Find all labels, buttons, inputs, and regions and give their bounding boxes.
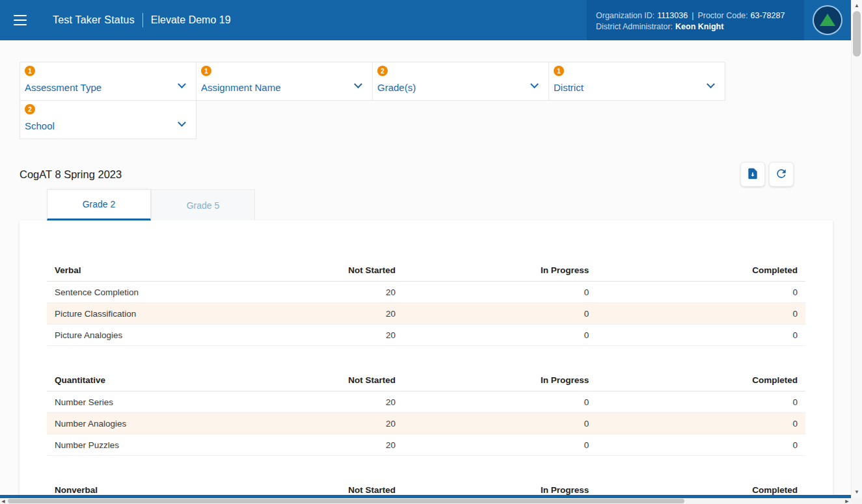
column-header: Not Started — [214, 259, 404, 282]
cell-in-progress: 0 — [403, 391, 597, 413]
chevron-down-icon — [178, 118, 186, 127]
table-row: Number Puzzles 20 0 0 — [47, 434, 805, 456]
filter-district[interactable]: 1 District — [548, 62, 725, 101]
refresh-button[interactable] — [769, 162, 794, 187]
filter-bar: 1 Assessment Type 1 Assignment Name 2 Gr… — [20, 62, 730, 139]
tab-label: Grade 2 — [83, 199, 116, 209]
filter-school[interactable]: 2 School — [20, 100, 196, 139]
title-divider — [142, 13, 143, 27]
table-row: Number Series 20 0 0 — [47, 391, 805, 413]
filter-grades[interactable]: 2 Grade(s) — [372, 62, 549, 101]
cell-completed: 0 — [597, 434, 805, 456]
org-proctor-line: Organization ID:1113036|Proctor Code:63-… — [596, 11, 794, 20]
download-icon — [746, 167, 759, 182]
subtest-name: Sentence Completion — [47, 282, 214, 303]
chevron-down-icon — [178, 80, 186, 88]
scrollbar-corner — [851, 498, 862, 504]
cell-completed: 0 — [597, 303, 805, 325]
hamburger-menu-icon[interactable] — [12, 14, 29, 27]
filter-assignment-name[interactable]: 1 Assignment Name — [196, 62, 373, 101]
column-header: Completed — [597, 369, 805, 391]
filter-label: Assignment Name — [201, 82, 281, 93]
header-right: Organization ID:1113036|Proctor Code:63-… — [587, 0, 851, 40]
filter-count-badge: 1 — [25, 66, 35, 76]
filter-count-badge: 1 — [554, 66, 564, 76]
cell-completed: 0 — [597, 282, 805, 303]
assessment-title: CogAT 8 Spring 2023 — [20, 168, 122, 181]
tab-grade-5[interactable]: Grade 5 — [151, 189, 255, 220]
quantitative-table: Quantitative Not Started In Progress Com… — [47, 369, 805, 456]
tab-grade-2[interactable]: Grade 2 — [47, 189, 151, 220]
cell-not-started: 20 — [214, 434, 404, 456]
column-header: In Progress — [403, 369, 597, 391]
app-name: Elevate Demo 19 — [151, 14, 231, 26]
filter-label: Assessment Type — [25, 82, 101, 93]
scroll-down-icon[interactable]: ▼ — [852, 488, 862, 497]
filter-label: Grade(s) — [377, 82, 416, 93]
org-id-value: 1113036 — [657, 11, 688, 20]
chevron-down-icon — [707, 80, 715, 88]
cell-in-progress: 0 — [403, 434, 597, 456]
cell-completed: 0 — [597, 325, 805, 346]
filter-assessment-type[interactable]: 1 Assessment Type — [20, 62, 196, 101]
subtest-name: Number Series — [47, 391, 214, 413]
admin-name: Keon Knight — [675, 22, 723, 31]
table-row: Number Analogies 20 0 0 — [47, 413, 805, 434]
org-separator: | — [692, 11, 694, 20]
column-header: Not Started — [214, 369, 404, 391]
refresh-icon — [775, 167, 788, 182]
elevate-logo[interactable] — [813, 5, 842, 35]
cell-in-progress: 0 — [403, 413, 597, 434]
org-info-panel: Organization ID:1113036|Proctor Code:63-… — [587, 0, 804, 40]
table-header-row: Verbal Not Started In Progress Completed — [47, 259, 805, 282]
header-titles: Test Taker Status Elevate Demo 19 — [53, 13, 231, 27]
horizontal-scroll-thumb[interactable] — [8, 499, 684, 503]
status-card: Verbal Not Started In Progress Completed… — [20, 220, 833, 499]
filter-count-badge: 2 — [377, 66, 388, 76]
filter-count-badge: 2 — [25, 104, 35, 114]
table-header-row: Quantitative Not Started In Progress Com… — [47, 369, 805, 391]
subtest-name: Number Puzzles — [47, 434, 214, 456]
admin-label: District Administrator: — [596, 22, 673, 31]
main-content: 1 Assessment Type 1 Assignment Name 2 Gr… — [0, 40, 851, 499]
battery-title: Verbal — [47, 259, 214, 282]
filter-label: School — [25, 120, 55, 131]
filter-count-badge: 1 — [201, 66, 211, 76]
horizontal-scrollbar[interactable]: ◀ ▶ — [0, 498, 862, 504]
table-row: Picture Analogies 20 0 0 — [47, 325, 805, 346]
filter-label: District — [554, 82, 584, 93]
cell-not-started: 20 — [214, 413, 404, 434]
section-row: CogAT 8 Spring 2023 — [20, 162, 831, 187]
table-row: Sentence Completion 20 0 0 — [47, 282, 805, 303]
org-id-label: Organization ID: — [596, 11, 654, 20]
page-title: Test Taker Status — [53, 14, 135, 26]
cell-not-started: 20 — [214, 391, 404, 413]
vertical-scroll-thumb[interactable] — [853, 11, 861, 57]
vertical-scrollbar[interactable]: ▲ ▼ — [851, 0, 862, 498]
column-header: In Progress — [403, 259, 597, 282]
verbal-table: Verbal Not Started In Progress Completed… — [47, 259, 805, 346]
battery-title: Quantitative — [47, 369, 214, 391]
cell-completed: 0 — [597, 413, 805, 434]
subtest-name: Number Analogies — [47, 413, 214, 434]
cell-in-progress: 0 — [403, 325, 597, 346]
column-header: Completed — [597, 259, 805, 282]
cell-not-started: 20 — [214, 325, 404, 346]
scroll-up-icon[interactable]: ▲ — [852, 1, 862, 10]
cell-not-started: 20 — [214, 303, 404, 325]
proctor-code-label: Proctor Code: — [697, 11, 748, 20]
section-actions — [740, 162, 794, 187]
subtest-name: Picture Analogies — [47, 325, 214, 346]
tab-label: Grade 5 — [187, 200, 220, 211]
export-button[interactable] — [740, 162, 765, 187]
scroll-right-icon[interactable]: ▶ — [844, 498, 850, 504]
admin-line: District Administrator:Keon Knight — [596, 22, 794, 31]
grade-tabs: Grade 2 Grade 5 — [47, 189, 851, 220]
proctor-code-value: 63-78287 — [751, 11, 785, 20]
app-root: Test Taker Status Elevate Demo 19 Organi… — [0, 0, 862, 504]
table-row: Picture Classification 20 0 0 — [47, 303, 805, 325]
cell-in-progress: 0 — [403, 303, 597, 325]
cell-in-progress: 0 — [403, 282, 597, 303]
scroll-left-icon[interactable]: ◀ — [0, 498, 7, 504]
chevron-down-icon — [354, 80, 362, 88]
